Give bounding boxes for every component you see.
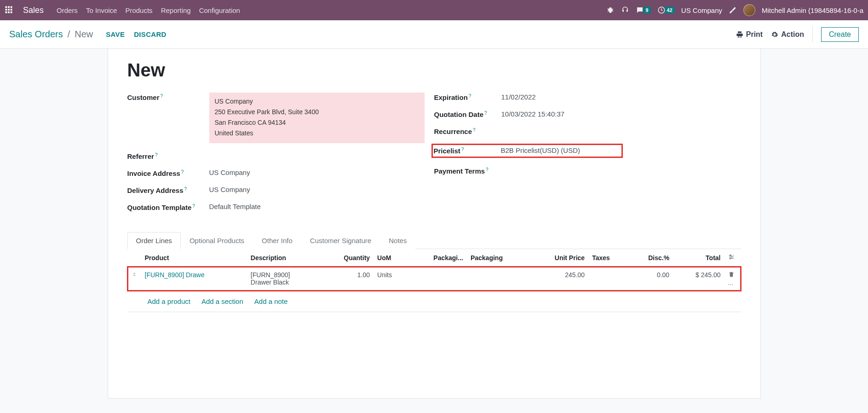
company-switcher[interactable]: US Company (681, 6, 722, 14)
cell-packaging[interactable] (467, 267, 529, 291)
svg-rect-3 (6, 9, 7, 11)
svg-rect-4 (8, 9, 10, 11)
control-bar: Sales Orders / New SAVE DISCARD Print Ac… (0, 20, 868, 49)
label-recurrence: Recurrence? (434, 127, 501, 135)
trash-icon (728, 272, 735, 279)
nav-configuration[interactable]: Configuration (199, 5, 240, 16)
col-description[interactable]: Description (247, 249, 321, 267)
drag-handle[interactable] (127, 267, 141, 291)
col-total[interactable]: Total (673, 249, 724, 267)
discard-button[interactable]: DISCARD (134, 30, 166, 38)
nav-orders[interactable]: Orders (57, 5, 78, 16)
tools-icon[interactable] (729, 6, 737, 14)
cell-unit-price[interactable]: 245.00 (529, 267, 588, 291)
field-quotation-date: Quotation Date? 10/03/2022 15:40:37 (434, 110, 741, 118)
cell-disc[interactable]: 0.00 (628, 267, 673, 291)
cell-delete[interactable]: ... (724, 267, 741, 291)
bug-icon[interactable] (606, 6, 615, 14)
help-icon[interactable]: ? (461, 147, 464, 152)
apps-icon[interactable] (5, 6, 13, 15)
label-payment-terms: Payment Terms? (434, 166, 501, 175)
tab-optional-products[interactable]: Optional Products (181, 232, 253, 249)
tabs: Order Lines Optional Products Other Info… (127, 232, 741, 249)
table-row[interactable]: [FURN_8900] Drawe [FURN_8900] Drawer Bla… (127, 267, 741, 291)
field-referrer: Referrer? (127, 151, 434, 160)
cell-uom[interactable]: Units (374, 267, 408, 291)
help-icon[interactable]: ? (486, 167, 489, 172)
col-packagi[interactable]: Packagi... (408, 249, 467, 267)
field-delivery-address: Delivery Address? US Company (127, 186, 434, 194)
activities-button[interactable]: 42 (657, 6, 675, 14)
expiration-value[interactable]: 11/02/2022 (501, 93, 741, 101)
breadcrumb-root[interactable]: Sales Orders (9, 29, 63, 40)
col-options[interactable] (724, 249, 741, 267)
help-icon[interactable]: ? (469, 93, 471, 99)
svg-rect-1 (8, 6, 10, 8)
customer-city: San Francisco CA 94134 (215, 117, 419, 128)
customer-country: United States (215, 128, 419, 139)
tab-other-info[interactable]: Other Info (253, 232, 301, 249)
add-section-link[interactable]: Add a section (201, 297, 243, 305)
svg-rect-6 (6, 11, 7, 13)
quotation-template-value[interactable]: Default Template (209, 203, 434, 210)
breadcrumb-current: New (75, 29, 93, 40)
field-recurrence: Recurrence? (434, 127, 741, 135)
create-button[interactable]: Create (821, 27, 859, 42)
topbar-right: 9 42 US Company Mitchell Admin (19845894… (606, 4, 863, 16)
cell-packagi[interactable] (408, 267, 467, 291)
col-taxes[interactable]: Taxes (588, 249, 628, 267)
messages-button[interactable]: 9 (636, 6, 650, 14)
nav-to-invoice[interactable]: To Invoice (86, 5, 117, 16)
tab-order-lines[interactable]: Order Lines (127, 232, 181, 249)
quotation-date-value[interactable]: 10/03/2022 15:40:37 (501, 110, 741, 118)
cell-quantity[interactable]: 1.00 (321, 267, 374, 291)
nav-products[interactable]: Products (125, 5, 152, 16)
print-label: Print (746, 30, 763, 39)
delivery-address-value[interactable]: US Company (209, 186, 434, 193)
help-icon[interactable]: ? (484, 111, 487, 116)
order-lines-table: Product Description Quantity UoM Packagi… (127, 249, 741, 291)
help-icon[interactable]: ? (473, 128, 476, 133)
help-icon[interactable]: ? (184, 186, 187, 192)
help-icon[interactable]: ? (192, 204, 195, 209)
col-unit-price[interactable]: Unit Price (529, 249, 588, 267)
col-quantity[interactable]: Quantity (321, 249, 374, 267)
cell-description[interactable]: [FURN_8900] Drawer Black (247, 267, 321, 291)
add-product-link[interactable]: Add a product (148, 297, 190, 305)
add-note-link[interactable]: Add a note (254, 297, 288, 305)
col-packaging[interactable]: Packaging (467, 249, 529, 267)
help-icon[interactable]: ? (161, 93, 163, 99)
app-brand[interactable]: Sales (23, 6, 44, 15)
breadcrumb: Sales Orders / New (9, 29, 93, 40)
label-pricelist: Pricelist? (434, 146, 501, 155)
user-menu[interactable]: Mitchell Admin (19845894-16-0-a (762, 6, 863, 14)
form-grid: Customer? US Company 250 Executive Park … (127, 93, 741, 220)
svg-rect-5 (11, 9, 12, 11)
cell-product[interactable]: [FURN_8900] Drawe (141, 267, 247, 291)
field-customer: Customer? US Company 250 Executive Park … (127, 93, 434, 143)
page-title: New (127, 60, 741, 81)
col-uom[interactable]: UoM (374, 249, 408, 267)
action-button[interactable]: Action (771, 30, 804, 39)
support-icon[interactable] (621, 6, 629, 14)
col-disc[interactable]: Disc.% (628, 249, 673, 267)
label-delivery-address: Delivery Address? (127, 186, 209, 194)
help-icon[interactable]: ? (181, 169, 184, 175)
printer-icon (736, 31, 743, 38)
help-icon[interactable]: ? (155, 152, 158, 157)
label-referrer: Referrer? (127, 151, 209, 160)
customer-address-block[interactable]: US Company 250 Executive Park Blvd, Suit… (209, 93, 425, 143)
sheet-container: New Customer? US Company 250 Executive P… (0, 49, 868, 399)
save-button[interactable]: SAVE (106, 30, 125, 38)
tab-customer-signature[interactable]: Customer Signature (301, 232, 380, 249)
svg-rect-0 (6, 6, 7, 8)
nav-reporting[interactable]: Reporting (161, 5, 191, 16)
col-product[interactable]: Product (141, 249, 247, 267)
tab-notes[interactable]: Notes (380, 232, 415, 249)
cell-taxes[interactable] (588, 267, 628, 291)
field-invoice-address: Invoice Address? US Company (127, 169, 434, 177)
invoice-address-value[interactable]: US Company (209, 169, 434, 176)
print-button[interactable]: Print (736, 30, 763, 39)
pricelist-value[interactable]: B2B Pricelist(USD) (USD) (501, 146, 619, 154)
avatar[interactable] (743, 4, 755, 16)
